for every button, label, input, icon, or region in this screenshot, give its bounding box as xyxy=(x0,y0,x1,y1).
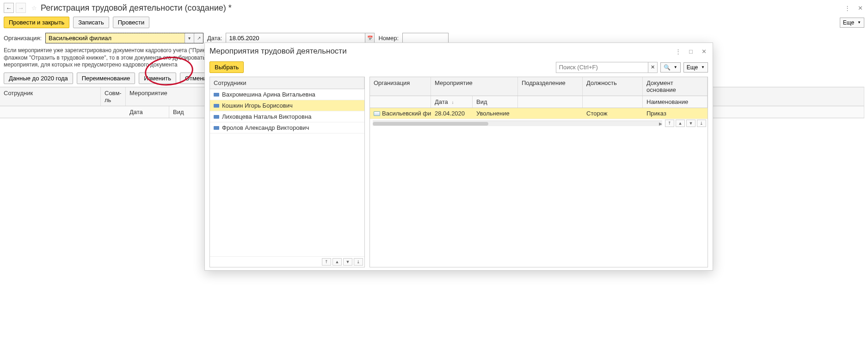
org-input[interactable] xyxy=(46,33,185,43)
org-open-icon[interactable]: ↗ xyxy=(194,33,203,43)
employee-name: Фролов Александр Викторович xyxy=(222,124,309,131)
scroll-down-icon[interactable]: ▼ xyxy=(343,258,352,266)
employees-panel: Сотрудники Вахромешина Арина ВитальевнаК… xyxy=(209,77,365,267)
subcol-date[interactable]: Дата ↓ xyxy=(431,96,473,108)
more-button-dialog[interactable]: Еще ▼ xyxy=(683,62,708,73)
event-row[interactable]: Васильевский фи… 28.04.2020 Увольнение С… xyxy=(370,108,708,119)
col-date[interactable]: Дата xyxy=(126,106,169,118)
page-title: Регистрация трудовой деятельности (созда… xyxy=(41,3,232,13)
employee-row[interactable]: Лиховцева Наталья Викторовна xyxy=(210,111,364,122)
scroll-top-icon[interactable]: ⤒ xyxy=(665,120,674,127)
scroll-top-icon[interactable]: ⤒ xyxy=(322,258,331,266)
more-button-main[interactable]: Еще ▼ xyxy=(840,18,864,28)
search-input[interactable] xyxy=(556,62,648,73)
dialog-close-icon[interactable]: ✕ xyxy=(700,47,708,55)
org-dropdown-icon[interactable]: ▾ xyxy=(185,33,194,43)
org-icon xyxy=(374,111,380,116)
scroll-right-icon[interactable]: ▶ xyxy=(658,121,663,127)
edit-button[interactable]: Изменить xyxy=(139,73,176,84)
sort-asc-icon: ↓ xyxy=(451,100,454,105)
employee-name: Кошкин Игорь Борисович xyxy=(222,102,293,109)
chevron-down-icon: ▼ xyxy=(674,65,677,69)
scrollbar-thumb[interactable] xyxy=(373,122,488,126)
nav-back-button[interactable]: ← xyxy=(4,3,14,13)
chevron-down-icon: ▼ xyxy=(857,20,861,24)
scroll-bottom-icon[interactable]: ⤓ xyxy=(697,120,706,127)
kebab-icon[interactable]: ⋮ xyxy=(843,4,851,12)
post-button[interactable]: Провести xyxy=(113,17,150,28)
events-dialog: Мероприятия трудовой деятельности ⋮ □ ✕ … xyxy=(204,42,713,271)
dialog-kebab-icon[interactable]: ⋮ xyxy=(674,47,682,55)
subcol-kind[interactable]: Вид xyxy=(473,96,518,108)
close-icon[interactable]: ✕ xyxy=(856,4,864,12)
number-label: Номер: xyxy=(378,35,399,42)
employees-header[interactable]: Сотрудники xyxy=(210,77,364,89)
date-input[interactable] xyxy=(226,33,365,43)
col-dept[interactable]: Подразделение xyxy=(518,77,583,96)
calendar-icon[interactable]: 📅 xyxy=(365,33,374,43)
events-panel: Организация Мероприятие Подразделение До… xyxy=(369,77,708,267)
dialog-title: Мероприятия трудовой деятельности xyxy=(209,47,347,56)
subcol-name[interactable]: Наименование xyxy=(643,96,708,108)
employee-row[interactable]: Фролов Александр Викторович xyxy=(210,122,364,133)
scroll-up-icon[interactable]: ▲ xyxy=(676,120,685,127)
select-button[interactable]: Выбрать xyxy=(209,61,244,73)
org-combo[interactable]: ▾ ↗ xyxy=(45,33,203,43)
employee-name: Лиховцева Наталья Викторовна xyxy=(222,113,311,120)
col-doc-base[interactable]: Документ основание xyxy=(643,77,708,96)
scroll-down-icon[interactable]: ▼ xyxy=(686,120,696,127)
employee-row[interactable]: Вахромешина Арина Витальевна xyxy=(210,89,364,100)
data-before-2020-button[interactable]: Данные до 2020 года xyxy=(4,73,73,84)
number-input[interactable] xyxy=(402,33,449,43)
org-label: Организация: xyxy=(4,35,42,42)
employee-icon xyxy=(214,93,219,97)
favorite-star-icon[interactable]: ☆ xyxy=(31,5,37,12)
col-sovm[interactable]: Совм-ль xyxy=(101,87,126,106)
date-label: Дата: xyxy=(207,35,222,42)
nav-forward-button[interactable]: → xyxy=(16,3,26,13)
chevron-down-icon: ▼ xyxy=(701,65,705,69)
employee-icon xyxy=(214,126,219,130)
horizontal-scrollbar[interactable]: ◀ ▶ xyxy=(373,121,662,126)
employee-icon xyxy=(214,104,219,108)
employee-name: Вахромешина Арина Витальевна xyxy=(222,91,315,98)
scroll-bottom-icon[interactable]: ⤓ xyxy=(354,258,363,266)
search-run-button[interactable]: 🔍 ▼ xyxy=(660,62,681,73)
col-position[interactable]: Должность xyxy=(583,77,643,96)
post-and-close-button[interactable]: Провести и закрыть xyxy=(4,17,69,28)
scroll-up-icon[interactable]: ▲ xyxy=(332,258,342,266)
dialog-maximize-icon[interactable]: □ xyxy=(687,47,695,55)
col-org[interactable]: Организация xyxy=(370,77,431,96)
employee-icon xyxy=(214,115,219,119)
rename-button[interactable]: Переименование xyxy=(77,73,135,84)
search-icon: 🔍 xyxy=(664,64,671,71)
search-clear-icon[interactable]: ✕ xyxy=(648,62,658,73)
more-label: Еще xyxy=(843,19,854,26)
employee-row[interactable]: Кошкин Игорь Борисович xyxy=(210,100,364,111)
col-employee[interactable]: Сотрудник xyxy=(0,87,101,106)
col-event[interactable]: Мероприятие xyxy=(431,77,518,96)
save-button[interactable]: Записать xyxy=(73,17,109,28)
